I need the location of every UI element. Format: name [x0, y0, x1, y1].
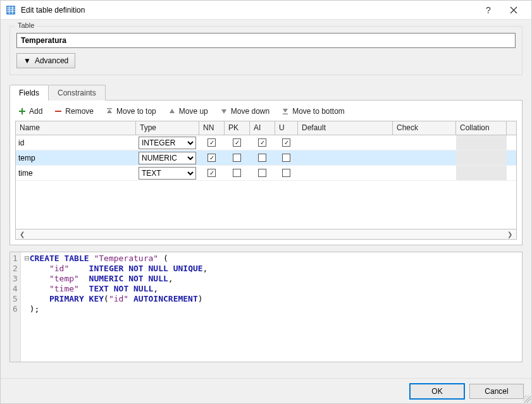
field-collation-cell[interactable]: [456, 135, 507, 150]
svg-text:?: ?: [486, 6, 491, 15]
svg-rect-4: [9, 6, 9, 14]
scroll-right-icon: ❯: [507, 231, 512, 238]
fields-panel: Add Remove Move to top Move up Move down…: [9, 100, 523, 245]
table-group: Table ▼ Advanced: [9, 26, 523, 75]
field-check-cell[interactable]: [393, 166, 456, 180]
field-pk-cell: [225, 135, 250, 150]
resize-grip[interactable]: [523, 395, 531, 403]
field-ai-cell: [250, 166, 275, 180]
move-bottom-button[interactable]: Move to bottom: [281, 107, 345, 116]
fold-icon[interactable]: ⊟: [25, 254, 30, 263]
col-header-ai[interactable]: AI: [250, 121, 275, 135]
field-name-cell[interactable]: id: [16, 135, 136, 150]
tab-constraints[interactable]: Constraints: [49, 85, 106, 101]
triangle-down-icon: ▼: [23, 56, 31, 65]
field-default-cell[interactable]: [298, 166, 393, 180]
sql-code[interactable]: ⊟CREATE TABLE "Temperatura" ( "id" INTEG…: [21, 252, 212, 362]
tab-fields[interactable]: Fields: [9, 85, 49, 101]
tabstrip: Fields Constraints: [9, 84, 523, 100]
checkbox[interactable]: [207, 138, 216, 147]
field-collation-cell[interactable]: [456, 166, 507, 180]
advanced-label: Advanced: [35, 56, 68, 65]
checkbox[interactable]: [258, 138, 266, 147]
checkbox[interactable]: [258, 169, 266, 177]
checkbox[interactable]: [207, 154, 216, 162]
field-type-select[interactable]: TEXT: [139, 167, 196, 180]
add-field-button[interactable]: Add: [18, 107, 42, 116]
help-button[interactable]: ?: [476, 1, 501, 19]
field-row[interactable]: timeTEXT: [16, 166, 516, 181]
ok-button[interactable]: OK: [410, 384, 464, 399]
col-header-nn[interactable]: NN: [199, 121, 225, 135]
col-header-default[interactable]: Default: [298, 121, 393, 135]
field-u-cell: [275, 166, 298, 180]
field-type-select[interactable]: INTEGER: [139, 137, 196, 149]
checkbox[interactable]: [258, 154, 266, 162]
fields-grid: Name Type NN PK AI U Default Check Colla…: [15, 121, 517, 240]
move-up-button[interactable]: Move up: [168, 107, 208, 116]
svg-marker-16: [283, 109, 288, 113]
svg-rect-5: [12, 6, 13, 14]
checkbox[interactable]: [207, 169, 216, 177]
svg-rect-10: [19, 111, 25, 112]
advanced-button[interactable]: ▼ Advanced: [16, 53, 75, 68]
titlebar: Edit table definition ?: [1, 1, 531, 20]
field-collation-cell[interactable]: [456, 150, 507, 165]
move-top-button[interactable]: Move to top: [105, 107, 156, 116]
close-button[interactable]: [501, 1, 526, 19]
svg-rect-17: [283, 114, 288, 115]
col-header-name[interactable]: Name: [16, 121, 136, 135]
field-type-cell: NUMERIC: [136, 150, 199, 165]
fields-toolbar: Add Remove Move to top Move up Move down…: [15, 106, 517, 121]
svg-marker-14: [170, 109, 175, 113]
move-down-icon: [220, 107, 228, 116]
sql-gutter: 123456: [10, 252, 21, 362]
move-down-button[interactable]: Move down: [220, 107, 269, 116]
col-header-u[interactable]: U: [275, 121, 298, 135]
dialog-window: Edit table definition ? Table ▼ Advanced…: [0, 0, 532, 404]
col-header-type[interactable]: Type: [136, 121, 199, 135]
svg-rect-2: [7, 9, 15, 10]
field-u-cell: [275, 150, 298, 165]
move-up-icon: [168, 107, 176, 116]
move-top-icon: [105, 107, 114, 116]
remove-field-button[interactable]: Remove: [54, 107, 94, 116]
cancel-button[interactable]: Cancel: [469, 384, 524, 399]
scroll-left-icon: ❮: [20, 231, 25, 238]
field-row[interactable]: idINTEGER: [16, 135, 516, 150]
checkbox[interactable]: [282, 138, 290, 147]
field-name-cell[interactable]: temp: [16, 150, 136, 165]
field-ai-cell: [250, 150, 275, 165]
table-group-label: Table: [15, 21, 37, 29]
field-pk-cell: [225, 150, 250, 165]
checkbox[interactable]: [282, 169, 290, 177]
field-default-cell[interactable]: [298, 150, 393, 165]
sql-preview: 123456 ⊟CREATE TABLE "Temperatura" ( "id…: [9, 252, 523, 362]
checkbox[interactable]: [233, 138, 241, 147]
remove-icon: [54, 107, 63, 116]
field-u-cell: [275, 135, 298, 150]
horizontal-scrollbar[interactable]: ❮❯: [16, 229, 516, 239]
field-check-cell[interactable]: [393, 135, 456, 150]
svg-marker-15: [221, 109, 226, 114]
field-ai-cell: [250, 135, 275, 150]
field-type-select[interactable]: NUMERIC: [139, 152, 196, 164]
col-header-collation[interactable]: Collation: [456, 121, 507, 135]
checkbox[interactable]: [233, 154, 241, 162]
col-header-check[interactable]: Check: [393, 121, 456, 135]
checkbox[interactable]: [282, 154, 290, 162]
grid-header: Name Type NN PK AI U Default Check Colla…: [16, 121, 516, 135]
field-type-cell: INTEGER: [136, 135, 199, 150]
dialog-footer: OK Cancel: [1, 378, 531, 403]
field-type-cell: TEXT: [136, 166, 199, 180]
table-name-input[interactable]: [16, 33, 516, 48]
field-check-cell[interactable]: [393, 150, 456, 165]
svg-marker-13: [107, 109, 112, 113]
col-header-pk[interactable]: PK: [225, 121, 250, 135]
checkbox[interactable]: [233, 169, 241, 177]
field-name-cell[interactable]: time: [16, 166, 136, 180]
field-row[interactable]: tempNUMERIC: [16, 150, 516, 166]
svg-rect-12: [107, 108, 112, 109]
add-icon: [18, 107, 27, 116]
field-default-cell[interactable]: [298, 135, 393, 150]
